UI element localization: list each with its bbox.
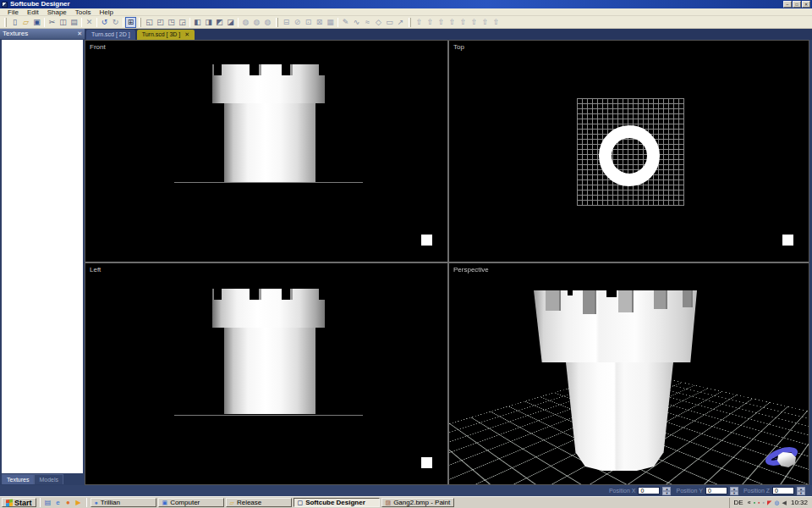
render-preview-icon[interactable]: ◍ xyxy=(240,17,251,28)
edit-points-icon[interactable]: ◱ xyxy=(144,17,155,28)
delete-icon[interactable]: ✕ xyxy=(84,17,95,28)
draw-tool-icon[interactable]: ✎ xyxy=(340,17,351,28)
tray-app-icon[interactable]: ▪ xyxy=(763,498,765,508)
show-desktop-icon[interactable]: ▤ xyxy=(44,498,52,507)
toolbar-grip[interactable] xyxy=(4,18,7,27)
minimize-icon[interactable]: – xyxy=(783,1,792,8)
application-window: Softcube Designer – □ ✕ File Edit Shape … xyxy=(0,0,812,508)
spinner-down-icon[interactable]: ▼ xyxy=(730,491,738,495)
viewport-handle[interactable] xyxy=(421,235,432,246)
task-button-computer[interactable]: ▣ Computer xyxy=(158,498,224,507)
toolbar-grip[interactable] xyxy=(409,18,411,27)
media-player-icon[interactable]: ▶ xyxy=(74,498,83,507)
intersect-shapes-icon[interactable]: ◩ xyxy=(214,17,225,28)
subtract-shapes-icon[interactable]: ◨ xyxy=(203,17,214,28)
remove-texture-icon[interactable]: ⊘ xyxy=(292,17,303,28)
menu-tools[interactable]: Tools xyxy=(71,8,96,16)
turret-body-3d xyxy=(566,362,673,471)
position-z-input[interactable]: 0 xyxy=(772,487,794,494)
new-file-icon[interactable]: ▯ xyxy=(9,17,20,28)
tray-app-icon[interactable]: ▪ xyxy=(754,498,755,508)
rect-tool-icon[interactable]: ▭ xyxy=(384,17,395,28)
divide-shapes-icon[interactable]: ◪ xyxy=(225,17,236,28)
viewport-handle[interactable] xyxy=(421,457,432,468)
panel-close-icon[interactable]: ✕ xyxy=(77,29,82,39)
network-icon[interactable]: ◍ xyxy=(774,498,779,508)
internet-explorer-icon[interactable]: e xyxy=(54,498,63,507)
union-shapes-icon[interactable]: ◧ xyxy=(192,17,203,28)
menu-shape[interactable]: Shape xyxy=(43,8,71,16)
undo-icon[interactable]: ↺ xyxy=(99,17,110,28)
smooth-tool-icon[interactable]: ≈ xyxy=(362,17,373,28)
stretch-texture-icon[interactable]: ⊠ xyxy=(314,17,325,28)
sidebar-tab-models[interactable]: Models xyxy=(34,474,63,484)
nav-arrow-icon[interactable]: ⇧ xyxy=(491,17,502,28)
viewport-perspective[interactable]: Perspective xyxy=(449,263,809,484)
language-indicator[interactable]: DE xyxy=(732,499,745,506)
clock[interactable]: 10:32 xyxy=(789,499,808,506)
textures-panel-header[interactable]: Textures xyxy=(0,29,85,39)
viewport-front[interactable]: Front xyxy=(85,41,447,262)
line-tool-icon[interactable]: ↗ xyxy=(395,17,406,28)
firefox-icon[interactable]: ● xyxy=(64,498,73,507)
render-preview-icon[interactable]: ◍ xyxy=(251,17,262,28)
edit-solids-icon[interactable]: ◲ xyxy=(177,17,188,28)
title-bar[interactable]: Softcube Designer – □ ✕ xyxy=(0,0,812,8)
copy-icon[interactable]: ◫ xyxy=(58,17,69,28)
tray-collapse-icon[interactable]: « xyxy=(748,498,751,508)
nav-arrow-icon[interactable]: ⇧ xyxy=(436,17,447,28)
tray-app-icon[interactable]: ▪ xyxy=(758,498,760,508)
nav-arrow-icon[interactable]: ⇧ xyxy=(480,17,491,28)
menu-file[interactable]: File xyxy=(3,8,23,16)
position-y-stepper[interactable]: ▲ ▼ xyxy=(730,487,738,495)
nav-arrow-icon[interactable]: ⇧ xyxy=(447,17,458,28)
toolbar-grip[interactable] xyxy=(139,18,141,27)
sidebar-tab-textures[interactable]: Textures xyxy=(2,474,34,484)
toolbar-grip[interactable] xyxy=(276,18,278,27)
tab-turn-2d[interactable]: Turn.scd [ 2D ] xyxy=(86,30,135,40)
render-preview-icon[interactable]: ◍ xyxy=(262,17,273,28)
textures-list-area[interactable] xyxy=(2,40,83,473)
curve-tool-icon[interactable]: ∿ xyxy=(351,17,362,28)
volume-icon[interactable]: ◀ xyxy=(782,498,787,508)
close-icon[interactable]: ✕ xyxy=(802,1,810,8)
apply-texture-icon[interactable]: ⊟ xyxy=(281,17,292,28)
taskbar-separator xyxy=(40,498,41,507)
nav-arrow-icon[interactable]: ⇧ xyxy=(425,17,436,28)
start-button[interactable]: Start xyxy=(2,498,36,507)
point-tool-icon[interactable]: ◇ xyxy=(373,17,384,28)
task-button-release[interactable]: ▱ Release xyxy=(226,498,292,507)
spinner-down-icon[interactable]: ▼ xyxy=(662,491,671,495)
tab-close-icon[interactable]: ✕ xyxy=(184,30,189,40)
maximize-icon[interactable]: □ xyxy=(793,1,801,8)
position-x-input[interactable]: 0 xyxy=(638,487,660,494)
task-button-trillian[interactable]: ● Trillian xyxy=(91,498,156,507)
antivirus-icon[interactable]: ◤ xyxy=(767,498,771,508)
save-file-icon[interactable]: ▣ xyxy=(31,17,42,28)
menu-edit[interactable]: Edit xyxy=(23,8,43,16)
texture-grid-icon[interactable]: ▦ xyxy=(325,17,336,28)
edit-edges-icon[interactable]: ◰ xyxy=(155,17,166,28)
spinner-down-icon[interactable]: ▼ xyxy=(797,491,805,495)
paste-icon[interactable]: ▤ xyxy=(69,17,80,28)
four-viewport-layout-icon[interactable]: ⊞ xyxy=(125,17,136,28)
cut-icon[interactable]: ✂ xyxy=(47,17,58,28)
edit-faces-icon[interactable]: ◳ xyxy=(166,17,177,28)
open-file-icon[interactable]: ▱ xyxy=(20,17,31,28)
position-x-stepper[interactable]: ▲ ▼ xyxy=(662,487,671,495)
position-y-input[interactable]: 0 xyxy=(705,487,727,494)
viewport-top[interactable]: Top xyxy=(449,41,809,262)
task-button-paint[interactable]: ▨ Gang2.bmp - Paint xyxy=(381,498,454,507)
menu-help[interactable]: Help xyxy=(96,8,118,16)
position-z-stepper[interactable]: ▲ ▼ xyxy=(797,487,805,495)
nav-arrow-icon[interactable]: ⇧ xyxy=(458,17,469,28)
redo-icon[interactable]: ↻ xyxy=(110,17,121,28)
nav-arrow-icon[interactable]: ⇧ xyxy=(414,17,425,28)
viewport-handle[interactable] xyxy=(782,235,793,246)
ground-line xyxy=(174,415,363,416)
viewport-left[interactable]: Left xyxy=(85,263,447,484)
tile-texture-icon[interactable]: ⊡ xyxy=(303,17,314,28)
nav-arrow-icon[interactable]: ⇧ xyxy=(469,17,480,28)
tab-turn-3d[interactable]: Turn.scd [ 3D ] ✕ xyxy=(137,30,195,40)
task-button-softcube-designer[interactable]: ▢ Softcube Designer xyxy=(294,498,380,507)
